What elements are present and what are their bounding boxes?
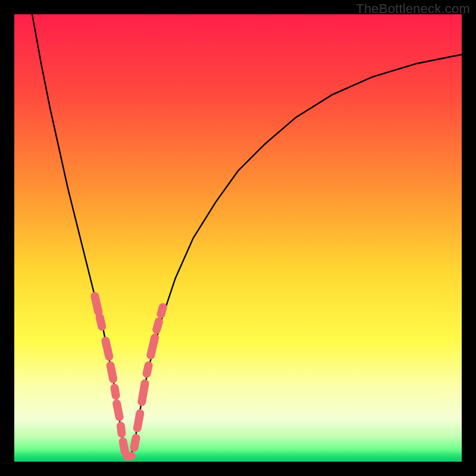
gradient-background — [14, 14, 462, 462]
plot-area — [14, 14, 462, 462]
svg-rect-0 — [14, 14, 462, 462]
watermark-text: TheBottleneck.com — [356, 1, 470, 17]
chart-frame — [14, 14, 462, 462]
